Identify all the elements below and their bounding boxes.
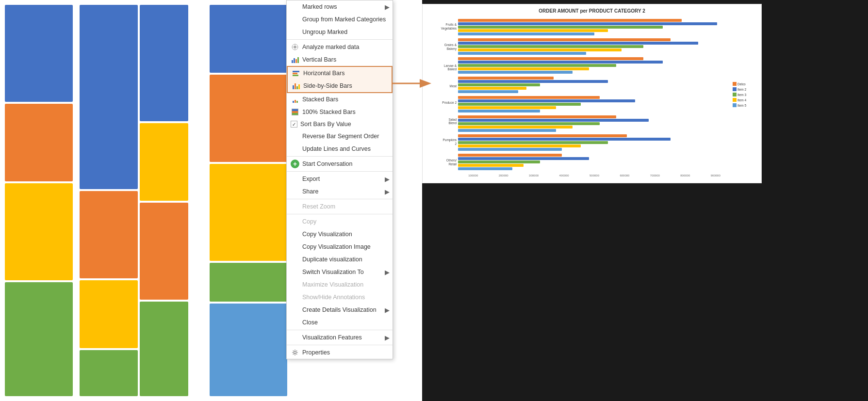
- spacer-icon: [291, 175, 299, 183]
- menu-item-vertical-bars[interactable]: Vertical Bars: [287, 53, 393, 66]
- treemap-block: [210, 164, 287, 261]
- horizontal-bars-icon: [292, 69, 300, 78]
- bar: [458, 19, 682, 22]
- x-label: 100000: [468, 174, 478, 177]
- bar: [458, 138, 671, 141]
- legend-item: Item 2: [733, 87, 757, 91]
- bar: [458, 52, 586, 55]
- menu-item-reset-zoom[interactable]: Reset Zoom: [287, 200, 393, 213]
- chart-legend: Delco Item 2 Item 3 Item 4 Item 5: [731, 16, 757, 173]
- menu-divider: [287, 156, 393, 157]
- bar: [458, 129, 556, 132]
- menu-item-copy-visualization-image[interactable]: Copy Visualization Image: [287, 241, 393, 253]
- spacer-icon: [291, 144, 299, 153]
- bar: [458, 154, 562, 157]
- stacked-100-icon: [291, 108, 299, 116]
- menu-item-sort-bars[interactable]: ✓ Sort Bars By Value: [287, 118, 393, 130]
- menu-item-properties[interactable]: Properties: [287, 346, 393, 359]
- treemap-block: [80, 5, 138, 189]
- bar: [458, 126, 573, 128]
- side-by-side-bars-icon: [292, 81, 300, 90]
- bar: [458, 115, 616, 118]
- y-label: Fruits &Vegetables: [426, 23, 457, 31]
- spacer-icon: [291, 268, 299, 276]
- treemap-block: [80, 350, 138, 396]
- bar: [458, 90, 518, 93]
- y-label: Others/Retail: [426, 159, 457, 166]
- y-label: Produce 2: [426, 101, 457, 105]
- bar: [458, 119, 649, 122]
- menu-item-create-details[interactable]: Create Details Visualization ▶: [287, 304, 393, 316]
- menu-item-start-conversation[interactable]: + Start Conversation: [287, 158, 393, 170]
- bar: [458, 32, 594, 35]
- menu-item-group-from-marked[interactable]: Group from Marked Categories: [287, 13, 393, 26]
- legend-item: Item 4: [733, 98, 757, 102]
- bar: [458, 134, 627, 137]
- spacer-icon: [291, 132, 299, 141]
- menu-item-side-by-side-bars[interactable]: Side-by-Side Bars: [287, 80, 393, 93]
- spacer-icon: [291, 293, 299, 302]
- menu-item-ungroup-marked[interactable]: Ungroup Marked: [287, 26, 393, 38]
- spacer-icon: [291, 202, 299, 211]
- bar: [458, 80, 608, 83]
- bar: [458, 148, 562, 151]
- x-label: 300000: [529, 174, 539, 177]
- menu-item-close[interactable]: Close: [287, 316, 393, 329]
- stacked-bars-icon: [291, 95, 299, 104]
- bar: [458, 77, 554, 80]
- menu-item-update-lines[interactable]: Update Lines and Curves: [287, 143, 393, 155]
- menu-item-visualization-features[interactable]: Visualization Features ▶: [287, 331, 393, 344]
- svg-point-6: [294, 352, 296, 354]
- y-label: Larvae &Baked: [426, 64, 457, 72]
- treemap-block: [140, 5, 188, 121]
- bar: [458, 42, 698, 45]
- x-label: 200000: [499, 174, 508, 177]
- bar: [458, 141, 608, 144]
- bar: [458, 48, 622, 51]
- menu-item-maximize-visualization[interactable]: Maximize Visualization: [287, 278, 393, 291]
- menu-item-marked-rows[interactable]: Marked rows ▶: [287, 0, 393, 13]
- menu-item-copy-visualization[interactable]: Copy Visualization: [287, 228, 393, 241]
- x-label: 600000: [620, 174, 629, 177]
- legend-color: [733, 82, 737, 86]
- menu-item-stacked-bars[interactable]: Stacked Bars: [287, 93, 393, 106]
- menu-item-copy[interactable]: Copy: [287, 215, 393, 228]
- spacer-icon: [291, 2, 299, 11]
- bar: [458, 110, 540, 112]
- bar: [458, 57, 643, 60]
- bar: [458, 157, 589, 160]
- spacer-icon: [291, 305, 299, 314]
- spacer-icon: [291, 15, 299, 24]
- treemap-block: [140, 302, 188, 396]
- x-axis-labels: 100000 200000 300000 400000 500000 60000…: [426, 174, 757, 177]
- treemap-block: [210, 263, 287, 302]
- legend-color: [733, 87, 737, 91]
- bar: [458, 83, 540, 86]
- menu-item-export[interactable]: Export ▶: [287, 173, 393, 185]
- bar: [458, 103, 581, 106]
- gear-icon: [291, 348, 299, 357]
- menu-item-show-hide-annotations[interactable]: Show/Hide Annotations: [287, 291, 393, 304]
- menu-item-stacked-100[interactable]: 100% Stacked Bars: [287, 106, 393, 118]
- legend-label: Item 4: [737, 98, 746, 102]
- menu-item-duplicate-visualization[interactable]: Duplicate visualization: [287, 253, 393, 266]
- legend-label: Item 5: [737, 104, 746, 107]
- vertical-bars-icon: [291, 55, 299, 64]
- legend-color: [733, 93, 737, 96]
- legend-label: Item 3: [737, 93, 746, 96]
- treemap-block: [5, 183, 73, 280]
- menu-item-share[interactable]: Share ▶: [287, 185, 393, 198]
- menu-item-analyze-marked[interactable]: Analyze marked data: [287, 41, 393, 53]
- menu-item-horizontal-bars[interactable]: Horizontal Bars: [287, 66, 393, 80]
- bar: [458, 45, 643, 48]
- spacer-icon: [291, 230, 299, 239]
- y-label: SaladBlend: [426, 118, 457, 126]
- menu-item-reverse-segment[interactable]: Reverse Bar Segment Order: [287, 130, 393, 143]
- menu-item-switch-visualization[interactable]: Switch Visualization To ▶: [287, 266, 393, 278]
- context-menu: Marked rows ▶ Group from Marked Categori…: [286, 0, 393, 359]
- legend-item: Delco: [733, 82, 757, 86]
- submenu-arrow-features: ▶: [385, 334, 390, 341]
- spacer-icon: [291, 217, 299, 226]
- treemap-block: [210, 5, 287, 73]
- treemap-block: [5, 5, 73, 102]
